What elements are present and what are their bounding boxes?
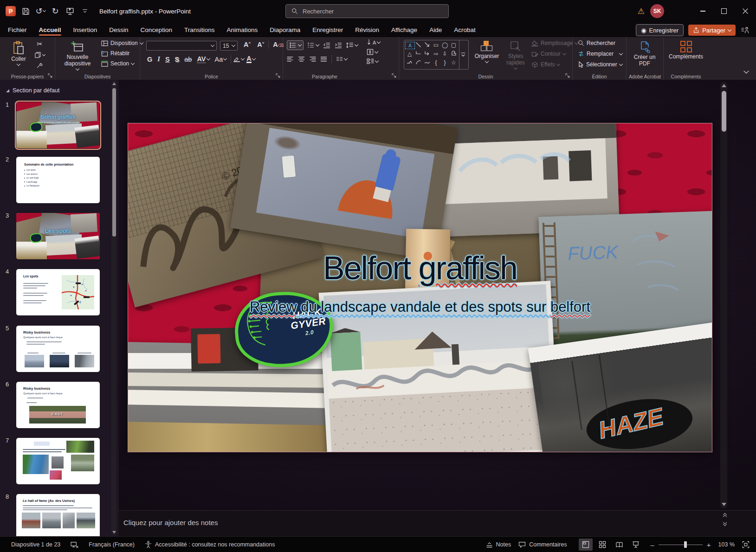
scroll-up-icon[interactable] bbox=[112, 83, 116, 85]
shape-rectangle-icon[interactable]: ▭ bbox=[432, 41, 440, 49]
new-slide-button[interactable]: Nouvelle diapositive bbox=[60, 38, 95, 70]
close-button[interactable] bbox=[735, 0, 756, 22]
format-painter-icon[interactable] bbox=[36, 62, 44, 69]
zoom-level[interactable]: 103 % bbox=[718, 541, 735, 548]
section-header[interactable]: ◢ Section par défaut bbox=[6, 87, 59, 94]
tab-accueil[interactable]: Accueil bbox=[33, 24, 67, 36]
align-center-icon[interactable] bbox=[298, 56, 305, 63]
replace-button[interactable]: Remplacer bbox=[576, 50, 624, 58]
tab-acrobat[interactable]: Acrobat bbox=[448, 24, 482, 36]
shape-down-arrow-icon[interactable]: ⇩ bbox=[440, 50, 449, 58]
shape-oval-icon[interactable]: ◯ bbox=[440, 41, 449, 49]
reading-view-button[interactable] bbox=[612, 539, 626, 551]
strikethrough-button[interactable]: ab bbox=[182, 55, 194, 64]
search-box[interactable]: Rechercher bbox=[285, 4, 449, 18]
language-button[interactable]: Français (France) bbox=[89, 541, 135, 548]
find-button[interactable]: Rechercher bbox=[576, 39, 624, 47]
shape-arc-icon[interactable] bbox=[414, 58, 423, 66]
next-slide-button[interactable] bbox=[724, 521, 726, 526]
shape-arrow-icon[interactable] bbox=[423, 41, 432, 49]
copy-icon[interactable] bbox=[34, 51, 45, 58]
canvas-scrollbar-thumb[interactable] bbox=[722, 91, 726, 132]
shrink-font-button[interactable]: A˅ bbox=[255, 40, 266, 49]
font-size-combo[interactable]: 15 bbox=[220, 41, 238, 51]
thumbnail-scrollbar-thumb[interactable] bbox=[112, 88, 116, 237]
tab-affichage[interactable]: Affichage bbox=[385, 24, 423, 36]
shape-right-arrow-icon[interactable]: ⇨ bbox=[432, 50, 440, 58]
shape-star-icon[interactable]: ☆ bbox=[449, 58, 458, 66]
cut-icon[interactable]: ✂ bbox=[37, 40, 43, 48]
redo-icon[interactable]: ↻ bbox=[48, 4, 62, 18]
canvas-scroll-down-icon[interactable] bbox=[722, 503, 726, 506]
slide-thumbnail-4[interactable]: Les spots bbox=[16, 269, 100, 315]
minimize-button[interactable] bbox=[692, 0, 713, 22]
paste-button[interactable]: Coller bbox=[7, 38, 30, 65]
clipboard-dialog-launcher-icon[interactable] bbox=[48, 73, 53, 78]
tab-diaporama[interactable]: Diaporama bbox=[264, 24, 306, 36]
tab-conception[interactable]: Conception bbox=[135, 24, 178, 36]
slide-title-text[interactable]: Belfort graffish bbox=[128, 250, 712, 287]
convert-smartart-button[interactable] bbox=[367, 58, 380, 64]
decrease-indent-icon[interactable] bbox=[323, 42, 330, 49]
account-avatar[interactable]: SK bbox=[650, 4, 664, 18]
create-pdf-button[interactable]: Créer un PDF bbox=[631, 38, 658, 67]
notes-placeholder[interactable]: Cliquez pour ajouter des notes bbox=[123, 519, 218, 526]
layout-button[interactable]: Disposition bbox=[100, 39, 144, 47]
numbering-button[interactable] bbox=[307, 42, 319, 49]
save-icon[interactable] bbox=[19, 4, 32, 18]
drawing-dialog-launcher-icon[interactable] bbox=[565, 73, 570, 78]
section-expand-icon[interactable]: ◢ bbox=[6, 88, 9, 93]
maximize-button[interactable] bbox=[713, 0, 735, 22]
shape-line-icon[interactable] bbox=[414, 41, 423, 49]
canvas-scrollbar[interactable] bbox=[720, 82, 727, 508]
shape-scribble-icon[interactable] bbox=[405, 58, 414, 66]
comments-toggle-button[interactable]: Commentaires bbox=[518, 541, 567, 548]
tab-insertion[interactable]: Insertion bbox=[67, 24, 103, 36]
slideshow-view-button[interactable] bbox=[629, 539, 643, 551]
change-case-button[interactable]: Aa bbox=[213, 55, 229, 64]
slide-thumbnail-5[interactable]: Risky business Quelques spots sont à hau… bbox=[16, 326, 100, 372]
shape-rounded-rectangle-icon[interactable]: ▢ bbox=[449, 41, 458, 49]
shape-left-brace-icon[interactable]: { bbox=[432, 58, 440, 66]
canvas-scroll-up-icon[interactable] bbox=[722, 84, 726, 87]
align-left-icon[interactable] bbox=[287, 56, 294, 63]
paragraph-dialog-launcher-icon[interactable] bbox=[392, 73, 397, 78]
shapes-gallery-more-button[interactable] bbox=[459, 40, 467, 69]
arrange-button[interactable]: Organiser bbox=[472, 38, 501, 63]
italic-button[interactable]: I bbox=[155, 55, 162, 64]
bullets-button[interactable] bbox=[287, 40, 304, 50]
slide-thumbnail-3[interactable]: Les spots bbox=[16, 213, 100, 259]
display-settings-button[interactable] bbox=[71, 541, 78, 548]
notes-pane[interactable]: Cliquez pour ajouter des notes bbox=[119, 510, 756, 537]
slide-thumbnail-2[interactable]: Sommaire de cette présentation Les spots… bbox=[16, 157, 100, 203]
slide-subtitle-text[interactable]: Review du landscape vandale et des spots… bbox=[128, 299, 712, 315]
font-dialog-launcher-icon[interactable] bbox=[276, 73, 281, 78]
zoom-out-button[interactable]: – bbox=[650, 541, 654, 549]
zoom-slider[interactable] bbox=[659, 541, 703, 548]
previous-slide-button[interactable] bbox=[724, 513, 726, 518]
tab-fichier[interactable]: Fichier bbox=[2, 24, 33, 36]
tab-transitions[interactable]: Transitions bbox=[178, 24, 221, 36]
highlight-color-button[interactable] bbox=[233, 57, 244, 62]
section-button[interactable]: Section bbox=[100, 60, 144, 67]
slide-thumbnail-7[interactable] bbox=[16, 438, 100, 484]
fit-to-window-button[interactable] bbox=[742, 541, 750, 548]
enregistrer-button[interactable]: ◉ Enregistrer bbox=[636, 24, 684, 36]
collapse-ribbon-button[interactable] bbox=[740, 68, 752, 77]
columns-button[interactable] bbox=[336, 56, 347, 62]
character-spacing-button[interactable]: AV bbox=[194, 55, 212, 64]
slide-counter[interactable]: Diapositive 1 de 23 bbox=[11, 541, 60, 548]
current-slide[interactable]: © 2003 bbox=[128, 123, 712, 452]
font-name-combo[interactable] bbox=[146, 41, 217, 51]
notes-toggle-button[interactable]: Notes bbox=[486, 541, 511, 548]
zoom-in-button[interactable]: + bbox=[707, 541, 711, 549]
justify-icon[interactable] bbox=[320, 56, 327, 63]
normal-view-button[interactable] bbox=[579, 539, 593, 551]
grow-font-button[interactable]: A˄ bbox=[241, 40, 253, 49]
text-direction-button[interactable]: A bbox=[367, 39, 380, 46]
undo-icon[interactable]: ↺ bbox=[33, 4, 47, 18]
bold-button[interactable]: G bbox=[145, 55, 155, 64]
reset-slide-button[interactable]: Rétablir bbox=[100, 50, 144, 57]
select-button[interactable]: Sélectionner bbox=[576, 61, 624, 68]
text-shadow-button[interactable]: S bbox=[173, 55, 182, 64]
